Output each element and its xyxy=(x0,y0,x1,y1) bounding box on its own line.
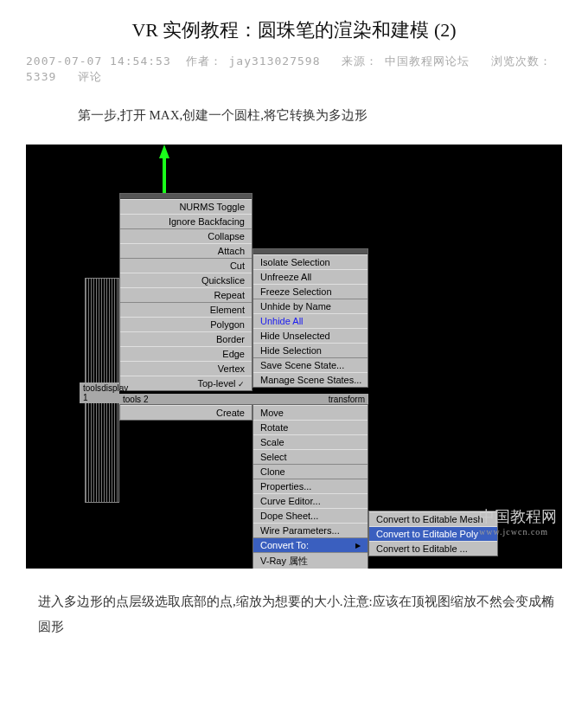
menu-item[interactable]: Repeat xyxy=(120,287,252,302)
menu-item[interactable]: Dope Sheet... xyxy=(253,508,368,523)
menu-item[interactable]: Edge xyxy=(120,346,252,361)
menu-item[interactable]: Isolate Selection xyxy=(253,254,368,269)
article-page: VR 实例教程：圆珠笔的渲染和建模 (2) 2007-07-07 14:54:5… xyxy=(0,0,588,656)
axis-gizmo xyxy=(163,145,169,193)
y-axis-arrow-icon xyxy=(159,145,169,158)
menu-item[interactable]: Unhide by Name xyxy=(253,299,368,313)
meta-date: 2007-07-07 14:54:53 xyxy=(26,55,171,67)
meta-comments[interactable]: 评论 xyxy=(78,70,102,83)
menu-item[interactable]: NURMS Toggle xyxy=(120,199,252,214)
menu-item-convert-poly[interactable]: Convert to Editable Poly xyxy=(369,526,497,541)
menu-item[interactable]: Properties... xyxy=(253,479,368,493)
menu-item[interactable]: Hide Unselected xyxy=(253,328,368,343)
menu-item[interactable]: Rotate xyxy=(253,420,368,434)
menu-item[interactable]: Hide Selection xyxy=(253,343,368,357)
menu-item[interactable]: Convert to Editable Mesh xyxy=(369,511,497,526)
menu-item[interactable]: Clone xyxy=(253,464,368,479)
menu-item[interactable]: Polygon xyxy=(120,317,252,331)
y-axis-stem xyxy=(163,158,166,193)
menu-item[interactable]: Convert to Editable ... xyxy=(369,541,497,556)
menu-item-create[interactable]: Create xyxy=(120,405,252,420)
menu-item[interactable]: Quickslice xyxy=(120,273,252,287)
menu-item[interactable]: V-Ray 属性 xyxy=(253,552,368,569)
menu-item[interactable]: Cut xyxy=(120,258,252,273)
screenshot-3dsmax: NURMS Toggle Ignore Backfacing Collapse … xyxy=(26,145,562,569)
submenu-convert-to[interactable]: Convert to Editable Mesh Convert to Edit… xyxy=(368,511,498,556)
menu-item[interactable]: Manage Scene States... xyxy=(253,372,368,387)
menu-item[interactable]: Border xyxy=(120,331,252,346)
menu-item[interactable]: Move xyxy=(253,405,368,420)
menu-item[interactable]: Collapse xyxy=(120,228,252,243)
toolbar-label-1: tools 1display xyxy=(80,382,119,403)
menu-item[interactable]: Ignore Backfacing xyxy=(120,214,252,228)
menu-item-toplevel[interactable]: Top-level xyxy=(120,376,252,390)
menu-item-unhide-all[interactable]: Unhide All xyxy=(253,313,368,328)
menu-item[interactable]: Attach xyxy=(120,243,252,258)
article-meta: 2007-07-07 14:54:53 作者：jay313027598 来源：中… xyxy=(26,54,562,85)
menu-item[interactable]: Save Scene State... xyxy=(253,357,368,372)
meta-source: 来源：中国教程网论坛 xyxy=(342,55,476,67)
meta-author: 作者：jay313027598 xyxy=(186,55,328,67)
menu-item[interactable]: Wire Parameters... xyxy=(253,523,368,537)
quad-menu-top-right[interactable]: Isolate Selection Unfreeze All Freeze Se… xyxy=(252,248,368,388)
quad-menu-bottom-right[interactable]: Move Rotate Scale Select Clone Propertie… xyxy=(252,404,368,569)
menu-item[interactable]: Freeze Selection xyxy=(253,284,368,299)
menu-item[interactable]: Scale xyxy=(253,434,368,449)
menu-item-convert-to[interactable]: Convert To: xyxy=(253,537,368,552)
menu-item[interactable]: Element xyxy=(120,302,252,317)
menu-item[interactable]: Unfreeze All xyxy=(253,269,368,284)
menu-item[interactable]: Curve Editor... xyxy=(253,493,368,508)
page-title: VR 实例教程：圆珠笔的渲染和建模 (2) xyxy=(26,17,562,43)
step-1-text: 第一步,打开 MAX,创建一个圆柱,将它转换为多边形 xyxy=(78,107,562,124)
quad-menu-bottom-left[interactable]: Create xyxy=(119,404,252,421)
menu-item[interactable]: Vertex xyxy=(120,361,252,376)
quad-menu-top-left[interactable]: NURMS Toggle Ignore Backfacing Collapse … xyxy=(119,193,252,391)
step-2-text: 进入多边形的点层级选取底部的点,缩放为想要的大小.注意:应该在顶视图缩放不然会变… xyxy=(38,589,562,639)
menu-item[interactable]: Select xyxy=(253,449,368,464)
